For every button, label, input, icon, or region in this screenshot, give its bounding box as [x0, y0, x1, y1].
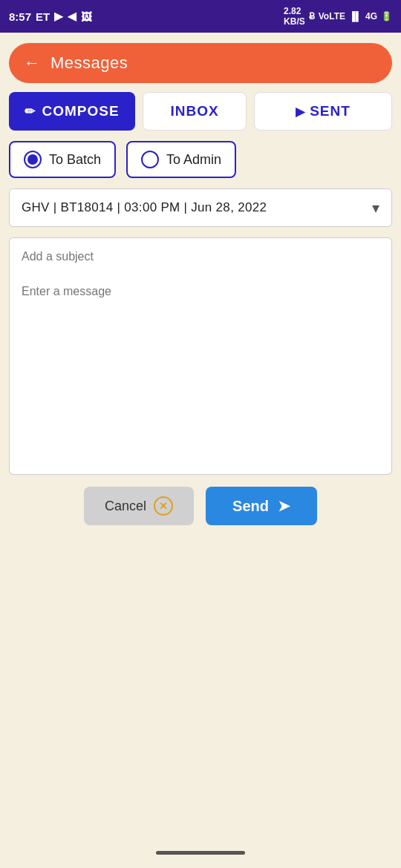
- cancel-label: Cancel: [105, 499, 146, 514]
- radio-admin-circle: [141, 151, 159, 168]
- volte-icon: VoLTE: [319, 11, 345, 22]
- message-area-container[interactable]: [9, 274, 392, 475]
- bottom-nav-indicator: [156, 851, 245, 855]
- signal-icon: ▶: [54, 10, 63, 23]
- tab-compose[interactable]: ✏ COMPOSE: [9, 92, 135, 131]
- image-icon: 🖼: [81, 10, 92, 23]
- send-button[interactable]: Send ➤: [206, 487, 317, 525]
- send-label: Send: [232, 498, 269, 515]
- radio-to-batch[interactable]: To Batch: [9, 141, 116, 178]
- location-icon: ◀: [68, 10, 76, 23]
- action-bar: Cancel ✕ Send ➤: [9, 487, 392, 525]
- status-right: 2.82KB/S Ƀ VoLTE ▐▌ 4G 🔋: [284, 6, 392, 27]
- carrier: ET: [36, 10, 50, 23]
- pencil-icon: ✏: [25, 104, 36, 119]
- bluetooth-icon: Ƀ: [309, 11, 315, 22]
- radio-bar: To Batch To Admin: [9, 141, 392, 178]
- radio-batch-circle: [24, 151, 42, 168]
- tab-inbox[interactable]: INBOX: [143, 92, 247, 131]
- tab-sent[interactable]: ▶ SENT: [254, 92, 392, 131]
- subject-field-container[interactable]: [9, 237, 392, 274]
- speed: 2.82KB/S: [284, 6, 305, 27]
- battery-icon: 🔋: [381, 11, 392, 22]
- messages-title: Messages: [50, 53, 128, 73]
- dropdown-value: GHV | BT18014 | 03:00 PM | Jun 28, 2022: [22, 200, 267, 215]
- batch-dropdown[interactable]: GHV | BT18014 | 03:00 PM | Jun 28, 2022 …: [9, 188, 392, 227]
- radio-batch-inner: [27, 154, 38, 165]
- subject-input[interactable]: [22, 250, 379, 263]
- cancel-button[interactable]: Cancel ✕: [84, 487, 194, 525]
- time: 8:57: [9, 10, 31, 23]
- send-arrow-icon: ➤: [278, 497, 290, 515]
- sent-arrow-icon: ▶: [296, 105, 305, 119]
- dropdown-arrow-icon: ▾: [372, 199, 379, 217]
- tab-bar: ✏ COMPOSE INBOX ▶ SENT: [9, 92, 392, 131]
- tab-sent-label: SENT: [310, 103, 351, 119]
- back-button[interactable]: ←: [24, 53, 40, 73]
- radio-to-admin[interactable]: To Admin: [126, 141, 236, 178]
- status-left: 8:57 ET ▶ ◀ 🖼: [9, 10, 92, 23]
- messages-bar[interactable]: ← Messages: [9, 43, 392, 83]
- status-bar: 8:57 ET ▶ ◀ 🖼 2.82KB/S Ƀ VoLTE ▐▌ 4G 🔋: [0, 0, 401, 33]
- radio-batch-label: To Batch: [49, 152, 101, 168]
- tab-inbox-label: INBOX: [170, 103, 218, 119]
- radio-admin-label: To Admin: [166, 152, 221, 168]
- network-icon: 4G: [365, 11, 377, 22]
- tab-compose-label: COMPOSE: [42, 103, 119, 119]
- cancel-x-icon: ✕: [154, 496, 173, 516]
- signal-bars-icon: ▐▌: [349, 11, 362, 22]
- message-input[interactable]: [22, 285, 379, 464]
